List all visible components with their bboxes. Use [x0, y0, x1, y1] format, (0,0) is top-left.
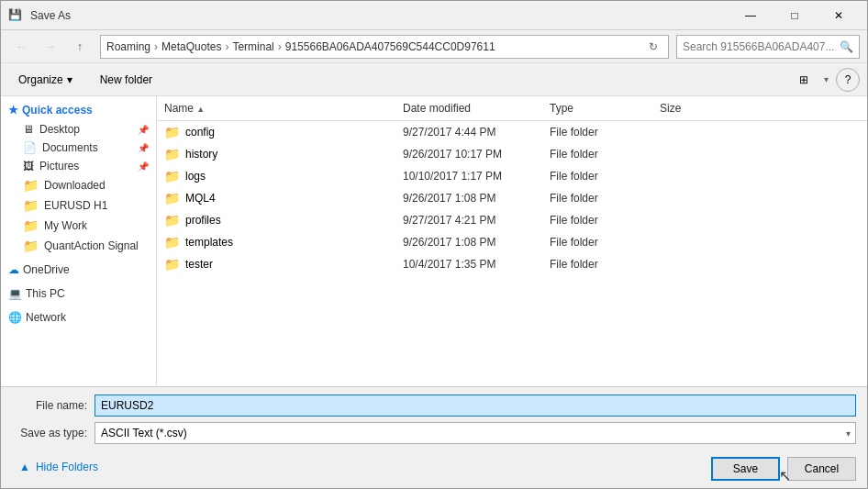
save-as-dialog: 💾 Save As — □ ✕ ← → ↑ Roaming › MetaQuot…: [0, 0, 868, 489]
help-button[interactable]: ?: [836, 68, 860, 92]
downloaded-label: Downloaded: [44, 179, 106, 192]
quick-access-header[interactable]: ★ Quick access: [1, 100, 156, 120]
network-label: Network: [26, 311, 66, 324]
onedrive-header[interactable]: ☁ OneDrive: [1, 260, 156, 280]
file-type-tester: File folder: [542, 256, 652, 272]
file-size-mql4: [652, 196, 726, 200]
folder-icon-profiles: 📁: [164, 213, 180, 228]
refresh-button[interactable]: ↻: [644, 38, 662, 56]
organize-button[interactable]: Organize ▾: [8, 67, 83, 93]
file-date-profiles: 9/27/2017 4:21 PM: [395, 212, 542, 228]
column-header-name[interactable]: Name ▲: [157, 100, 395, 117]
view-options-button[interactable]: ⊞: [791, 67, 817, 93]
window-controls: — □ ✕: [729, 2, 860, 29]
close-button[interactable]: ✕: [818, 2, 860, 29]
new-folder-button[interactable]: New folder: [90, 67, 162, 93]
new-folder-label: New folder: [100, 73, 152, 86]
sidebar-item-quantaction[interactable]: 📁 QuantAction Signal: [1, 236, 156, 256]
file-name-input-wrapper: [95, 395, 856, 417]
save-button[interactable]: Save: [711, 457, 780, 481]
folder-icon-tester: 📁: [164, 257, 180, 272]
sidebar-item-pictures[interactable]: 🖼 Pictures 📌: [1, 157, 156, 175]
breadcrumb-metaquotes[interactable]: MetaQuotes: [161, 40, 221, 53]
organize-label: Organize: [18, 73, 63, 86]
file-row-history[interactable]: 📁 history 9/26/2017 10:17 PM File folder: [157, 143, 867, 165]
pin-icon-docs: 📌: [138, 143, 149, 153]
network-header[interactable]: 🌐 Network: [1, 307, 156, 328]
network-icon: 🌐: [8, 311, 22, 324]
bottom-buttons: Save ↖ Cancel: [711, 457, 856, 481]
quick-access-label: Quick access: [22, 104, 93, 117]
maximize-button[interactable]: □: [773, 2, 816, 29]
file-name-history: history: [185, 148, 217, 161]
save-as-type-select-wrapper: ASCII Text (*.csv) ▾: [95, 422, 856, 444]
file-row-tester[interactable]: 📁 tester 10/4/2017 1:35 PM File folder: [157, 253, 867, 275]
column-header-date[interactable]: Date modified: [395, 100, 542, 117]
quantaction-folder-icon: 📁: [23, 239, 39, 253]
save-as-type-select[interactable]: ASCII Text (*.csv): [95, 422, 856, 444]
folder-icon-config: 📁: [164, 125, 180, 139]
onedrive-icon: ☁: [8, 263, 19, 276]
breadcrumb-roaming[interactable]: Roaming: [106, 40, 150, 53]
back-button[interactable]: ←: [8, 34, 34, 60]
folder-icon-history: 📁: [164, 147, 180, 161]
up-button[interactable]: ↑: [67, 34, 93, 60]
file-name-input[interactable]: [95, 395, 856, 417]
file-row-config[interactable]: 📁 config 9/27/2017 4:44 PM File folder: [157, 121, 867, 143]
hide-folders-row[interactable]: ▲ Hide Folders: [12, 457, 98, 473]
search-input[interactable]: [683, 40, 836, 53]
pictures-icon: 🖼: [23, 160, 34, 172]
onedrive-label: OneDrive: [23, 263, 70, 276]
file-row-templates[interactable]: 📁 templates 9/26/2017 1:08 PM File folde…: [157, 231, 867, 253]
sidebar-item-eurusd[interactable]: 📁 EURUSD H1: [1, 195, 156, 216]
file-row-mql4[interactable]: 📁 MQL4 9/26/2017 1:08 PM File folder: [157, 187, 867, 209]
file-date-mql4: 9/26/2017 1:08 PM: [395, 190, 542, 206]
sidebar-item-downloaded[interactable]: 📁 Downloaded: [1, 175, 156, 195]
search-box[interactable]: 🔍: [676, 35, 860, 59]
forward-button[interactable]: →: [38, 34, 63, 60]
column-header-type[interactable]: Type: [542, 100, 652, 117]
folder-icon-logs: 📁: [164, 169, 180, 183]
this-pc-section: 💻 This PC: [1, 283, 156, 304]
navigation-toolbar: ← → ↑ Roaming › MetaQuotes › Terminal › …: [1, 30, 867, 63]
cancel-button[interactable]: Cancel: [787, 457, 856, 481]
file-date-templates: 9/26/2017 1:08 PM: [395, 234, 542, 250]
file-size-tester: [652, 262, 726, 266]
downloaded-folder-icon: 📁: [23, 178, 39, 193]
file-date-logs: 10/10/2017 1:17 PM: [395, 168, 542, 184]
sidebar-item-documents[interactable]: 📄 Documents 📌: [1, 139, 156, 157]
minimize-button[interactable]: —: [729, 2, 772, 29]
file-date-config: 9/27/2017 4:44 PM: [395, 124, 542, 140]
save-as-type-row: Save as type: ASCII Text (*.csv) ▾: [12, 422, 856, 444]
file-size-history: [652, 152, 726, 156]
quick-access-section: ★ Quick access 🖥 Desktop 📌 📄 Documents 📌…: [1, 100, 156, 256]
this-pc-label: This PC: [26, 287, 65, 300]
file-size-profiles: [652, 218, 726, 222]
file-name-mql4: MQL4: [185, 192, 216, 205]
sidebar-item-desktop[interactable]: 🖥 Desktop 📌: [1, 120, 156, 139]
title-bar: 💾 Save As — □ ✕: [1, 1, 867, 30]
file-size-logs: [652, 174, 726, 178]
sidebar-item-mywork[interactable]: 📁 My Work: [1, 216, 156, 236]
file-row-logs[interactable]: 📁 logs 10/10/2017 1:17 PM File folder: [157, 165, 867, 187]
file-name-tester: tester: [185, 258, 213, 271]
file-name-logs: logs: [185, 170, 206, 183]
breadcrumb-terminal[interactable]: Terminal: [232, 40, 273, 53]
file-type-profiles: File folder: [542, 212, 652, 228]
file-row-profiles[interactable]: 📁 profiles 9/27/2017 4:21 PM File folder: [157, 209, 867, 231]
eurusd-folder-icon: 📁: [23, 198, 39, 213]
file-type-config: File folder: [542, 124, 652, 140]
file-list-header: Name ▲ Date modified Type Size: [157, 96, 867, 121]
address-bar[interactable]: Roaming › MetaQuotes › Terminal › 915566…: [100, 35, 669, 59]
quantaction-label: QuantAction Signal: [44, 239, 139, 252]
this-pc-header[interactable]: 💻 This PC: [1, 283, 156, 304]
desktop-icon: 🖥: [23, 123, 34, 136]
this-pc-icon: 💻: [8, 287, 22, 300]
file-date-history: 9/26/2017 10:17 PM: [395, 146, 542, 162]
column-header-size[interactable]: Size: [652, 100, 726, 117]
breadcrumb-guid[interactable]: 915566BA06ADA407569C544CC0D97611: [285, 40, 495, 53]
file-list: Name ▲ Date modified Type Size 📁 config: [157, 96, 867, 386]
file-name-config: config: [185, 126, 215, 139]
file-type-history: File folder: [542, 146, 652, 162]
eurusd-label: EURUSD H1: [44, 199, 107, 212]
